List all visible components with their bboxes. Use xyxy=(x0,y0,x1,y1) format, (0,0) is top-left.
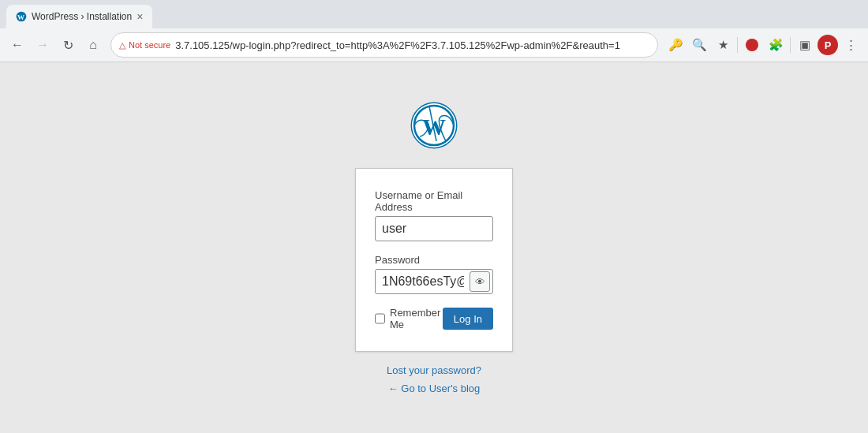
url-text: 3.7.105.125/wp-login.php?redirect_to=htt… xyxy=(175,39,649,51)
menu-button[interactable]: ⋮ xyxy=(840,34,862,56)
password-toggle-button[interactable]: 👁 xyxy=(470,271,490,292)
password-label: Password xyxy=(375,254,493,266)
remember-row: Remember Me Log In xyxy=(375,307,493,330)
svg-text:W: W xyxy=(17,13,24,21)
browser-tabs: W WordPress › Installation × xyxy=(0,0,868,28)
security-indicator: △ Not secure xyxy=(119,40,170,50)
toolbar-actions: 🔑 🔍 ★ 🧩 ▣ P ⋮ xyxy=(664,34,862,56)
bookmark-button[interactable]: ★ xyxy=(712,34,734,56)
username-label: Username or Email Address xyxy=(375,189,493,213)
address-bar[interactable]: △ Not secure 3.7.105.125/wp-login.php?re… xyxy=(110,32,658,58)
remember-checkbox[interactable] xyxy=(375,313,385,324)
tab-title: WordPress › Installation xyxy=(32,11,132,22)
svg-text:W: W xyxy=(422,114,446,140)
divider xyxy=(737,37,738,53)
search-button[interactable]: 🔍 xyxy=(688,34,710,56)
username-input[interactable] xyxy=(375,216,493,241)
forward-button[interactable]: → xyxy=(32,34,54,56)
go-to-blog-link[interactable]: ← Go to User's blog xyxy=(387,383,481,394)
reload-button[interactable]: ↻ xyxy=(57,34,79,56)
tab-close-button[interactable]: × xyxy=(137,10,143,23)
divider2 xyxy=(790,37,791,53)
tab-favicon: W xyxy=(16,11,27,22)
extension-button[interactable] xyxy=(741,34,763,56)
login-button[interactable]: Log In xyxy=(443,308,493,330)
page-content: W Username or Email Address Password 👁 xyxy=(0,62,868,433)
sidebar-button[interactable]: ▣ xyxy=(794,34,816,56)
wordpress-logo: W xyxy=(410,102,458,152)
password-wrapper: 👁 xyxy=(375,269,493,294)
keys-button[interactable]: 🔑 xyxy=(664,34,687,56)
remember-text: Remember Me xyxy=(390,307,443,330)
browser-chrome: W WordPress › Installation × ← → ↻ ⌂ △ N… xyxy=(0,0,868,62)
lost-password-link[interactable]: Lost your password? xyxy=(387,364,481,376)
not-secure-label: Not secure xyxy=(129,40,170,50)
username-group: Username or Email Address xyxy=(375,189,493,241)
below-form-links: Lost your password? ← Go to User's blog xyxy=(387,364,481,401)
active-tab[interactable]: W WordPress › Installation × xyxy=(6,5,152,28)
warning-icon: △ xyxy=(119,40,125,50)
extensions-button[interactable]: 🧩 xyxy=(765,34,787,56)
login-form: Username or Email Address Password 👁 Rem… xyxy=(355,168,513,352)
home-button[interactable]: ⌂ xyxy=(82,34,104,56)
password-group: Password 👁 xyxy=(375,254,493,294)
back-button[interactable]: ← xyxy=(6,34,28,56)
remember-me-label[interactable]: Remember Me xyxy=(375,307,443,330)
extension-icon xyxy=(746,39,758,51)
browser-toolbar: ← → ↻ ⌂ △ Not secure 3.7.105.125/wp-logi… xyxy=(0,28,868,62)
profile-button[interactable]: P xyxy=(817,35,838,55)
eye-icon: 👁 xyxy=(475,276,485,288)
